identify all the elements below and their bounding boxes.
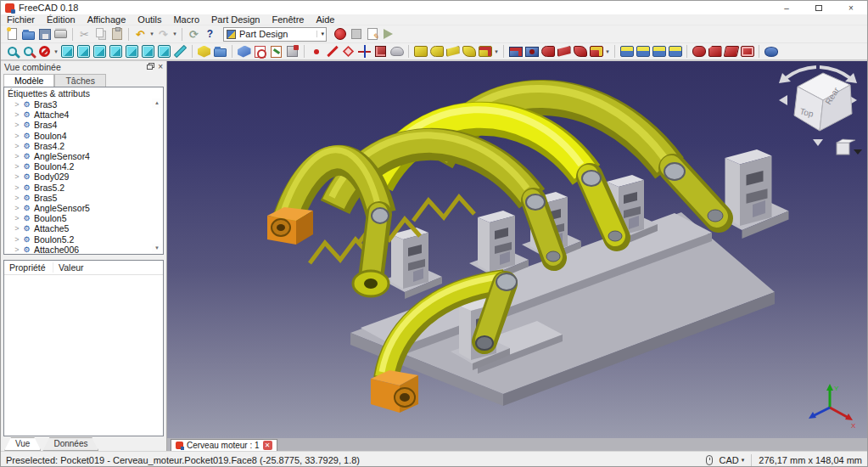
tree-scroll-down-icon[interactable]: ▼: [152, 244, 162, 253]
create-body-icon[interactable]: [236, 43, 252, 59]
macro-stop-icon[interactable]: [348, 26, 364, 42]
draw-style-icon[interactable]: [36, 43, 53, 59]
hole-icon[interactable]: [524, 43, 540, 59]
redo-dropdown[interactable]: ▾: [171, 31, 178, 37]
additive-pipe-icon[interactable]: [461, 43, 477, 59]
workbench-selector[interactable]: Part Design ▾: [223, 27, 327, 42]
tree-item-attache006[interactable]: >⚙Attache006: [13, 245, 163, 255]
whats-this-icon[interactable]: ?: [202, 26, 218, 42]
chamfer-icon[interactable]: [707, 43, 723, 59]
expand-arrow-icon[interactable]: >: [13, 110, 21, 119]
fillet-icon[interactable]: [691, 43, 707, 59]
create-sketch-icon[interactable]: [252, 43, 268, 59]
expand-arrow-icon[interactable]: >: [13, 214, 21, 222]
expand-arrow-icon[interactable]: >: [13, 245, 21, 254]
view-axonometric-icon[interactable]: [59, 43, 76, 59]
subtractive-primitive-dropdown[interactable]: ▾: [604, 48, 611, 55]
print-icon[interactable]: [53, 26, 69, 42]
expand-arrow-icon[interactable]: >: [13, 132, 21, 140]
expand-arrow-icon[interactable]: >: [13, 224, 21, 233]
tree-item-bras5[interactable]: >⚙Bras5: [13, 193, 163, 203]
nav-cube-menu[interactable]: [837, 139, 862, 155]
tree-item-body029[interactable]: >⚙Body029: [13, 172, 163, 182]
macro-play-icon[interactable]: [380, 26, 396, 42]
tab-vue[interactable]: Vue: [4, 437, 41, 451]
boolean-operation-icon[interactable]: [763, 43, 779, 59]
tree-scroll-up-icon[interactable]: ▲: [152, 98, 162, 108]
document-tab[interactable]: Cerveau moteur : 1 ✕: [171, 439, 277, 451]
menu-item-affichage[interactable]: Affichage: [81, 14, 132, 25]
paste-icon[interactable]: [109, 26, 125, 42]
datum-plane-icon[interactable]: [340, 43, 356, 59]
menu-item-fenetre[interactable]: Fenêtre: [266, 14, 311, 25]
create-group-icon[interactable]: [212, 43, 228, 59]
expand-arrow-icon[interactable]: >: [13, 100, 21, 109]
thickness-icon[interactable]: [739, 43, 755, 59]
fit-all-icon[interactable]: [4, 43, 20, 59]
panel-close-icon[interactable]: ×: [158, 63, 163, 71]
tab-modele[interactable]: Modèle: [3, 74, 54, 87]
additive-primitive-icon[interactable]: [477, 43, 493, 59]
expand-arrow-icon[interactable]: >: [13, 194, 21, 202]
view-top-icon[interactable]: [92, 43, 108, 59]
view-bottom-icon[interactable]: [140, 43, 156, 59]
multi-transform-icon[interactable]: [667, 43, 683, 59]
clone-icon[interactable]: [389, 43, 405, 59]
pad-icon[interactable]: [412, 43, 428, 59]
menu-item-fichier[interactable]: Fichier: [1, 14, 41, 25]
minimize-button[interactable]: –: [770, 1, 803, 14]
subtractive-primitive-icon[interactable]: [588, 43, 604, 59]
tree-item-attache4[interactable]: >⚙Attache4: [13, 110, 163, 120]
expand-arrow-icon[interactable]: >: [13, 152, 21, 160]
tree-item-boulon5-2[interactable]: >⚙Boulon5.2: [13, 234, 163, 244]
tree-item-boulon4[interactable]: >⚙Boulon4: [13, 131, 163, 141]
tab-taches[interactable]: Tâches: [54, 74, 105, 87]
expand-arrow-icon[interactable]: >: [13, 142, 21, 150]
expand-arrow-icon[interactable]: >: [13, 172, 21, 181]
additive-primitive-dropdown[interactable]: ▾: [493, 48, 500, 55]
measure-distance-icon[interactable]: [172, 43, 188, 59]
tree-item-boulon4-2[interactable]: >⚙Boulon4.2: [13, 161, 163, 172]
tree-item-anglesensor5[interactable]: >⚙AngleSensor5: [13, 203, 163, 213]
datum-point-icon[interactable]: [308, 43, 324, 59]
box-zoom-icon[interactable]: [20, 43, 36, 59]
menu-item-macro[interactable]: Macro: [167, 14, 205, 25]
draw-style-dropdown[interactable]: ▾: [53, 48, 59, 55]
workbench-dropdown-icon[interactable]: ▾: [316, 31, 324, 37]
subtractive-loft-icon[interactable]: [556, 43, 572, 59]
expand-arrow-icon[interactable]: >: [13, 183, 21, 192]
navigation-cube[interactable]: Top Rear: [774, 65, 862, 165]
expand-arrow-icon[interactable]: >: [13, 204, 21, 212]
tree-item-anglesensor4[interactable]: >⚙AngleSensor4: [13, 151, 163, 161]
local-coordinate-system-icon[interactable]: [356, 43, 372, 59]
document-close-icon[interactable]: ✕: [263, 441, 272, 450]
save-file-icon[interactable]: [36, 26, 53, 42]
groove-icon[interactable]: [540, 43, 556, 59]
3d-viewport[interactable]: Top Rear Y: [167, 61, 867, 438]
map-sketch-icon[interactable]: [268, 43, 284, 59]
tab-donnees[interactable]: Données: [42, 437, 98, 451]
expand-arrow-icon[interactable]: >: [13, 235, 21, 244]
view-left-icon[interactable]: [156, 43, 172, 59]
pocket-icon[interactable]: [507, 43, 524, 59]
draft-icon[interactable]: [723, 43, 739, 59]
view-rear-icon[interactable]: [124, 43, 140, 59]
shape-binder-icon[interactable]: [372, 43, 389, 59]
panel-float-icon[interactable]: [147, 65, 153, 70]
tree-item-bras3[interactable]: >⚙Bras3: [13, 99, 163, 110]
revolution-icon[interactable]: [428, 43, 445, 59]
tree-item-bras4[interactable]: >⚙Bras4: [13, 120, 163, 130]
tree-item-bras5-2[interactable]: >⚙Bras5.2: [13, 182, 163, 192]
create-part-icon[interactable]: [196, 43, 212, 59]
view-front-icon[interactable]: [76, 43, 92, 59]
menu-item-outils[interactable]: Outils: [132, 14, 167, 25]
polar-pattern-icon[interactable]: [651, 43, 667, 59]
menu-item-part-design[interactable]: Part Design: [205, 14, 266, 25]
new-file-icon[interactable]: [4, 26, 20, 42]
redo-icon[interactable]: ↷: [155, 26, 171, 42]
close-button[interactable]: ×: [835, 1, 867, 14]
linear-pattern-icon[interactable]: [635, 43, 651, 59]
navigation-style-selector[interactable]: CAD ▾: [720, 455, 745, 465]
macro-edit-icon[interactable]: [364, 26, 380, 42]
menu-item-aide[interactable]: Aide: [310, 14, 340, 25]
